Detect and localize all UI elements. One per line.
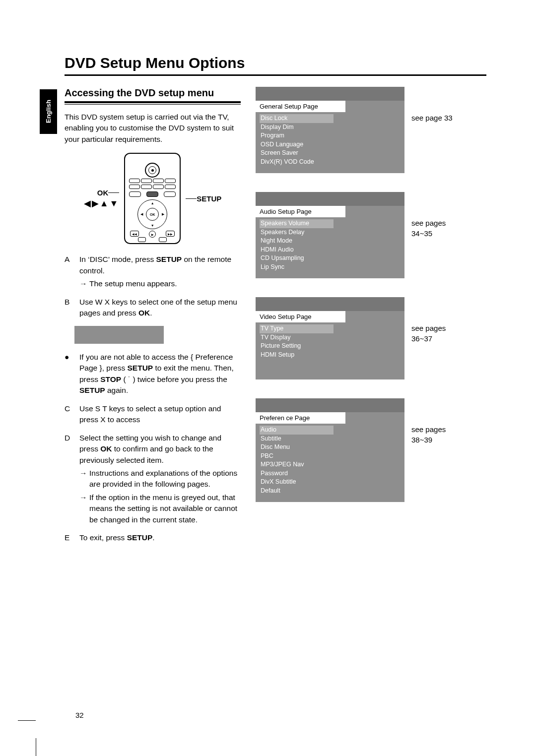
menu-item: Disc Menu: [260, 443, 334, 452]
remote-illustration: OK ◀▶▲▼ ▲ ▼ ◀ ▶ OK: [65, 153, 241, 244]
step-c: C Use S T keys to select a setup option …: [65, 403, 241, 426]
step-b: B Use W X keys to select one of the setu…: [65, 297, 241, 319]
step-text: Use S T keys to select a setup option an…: [79, 403, 241, 426]
menu-header: General Setup Page: [256, 101, 345, 112]
menu-items: TV Type TV Display Picture Setting HDMI …: [256, 322, 337, 361]
remote-ok-label: OK: [97, 189, 109, 197]
note-text: If you are not able to access the { Pref…: [79, 352, 241, 396]
menu-item: Screen Saver: [260, 149, 334, 158]
menu-item: Speakers Volume: [260, 219, 334, 228]
callout-line: [108, 192, 119, 193]
title-rule: [65, 74, 486, 76]
menu-item: HDMI Audio: [260, 246, 334, 254]
menu-card: Preferen ce Page Audio Subtitle Disc Men…: [256, 398, 404, 502]
menu-header: Video Setup Page: [256, 311, 345, 322]
page-number: 32: [75, 711, 84, 719]
arrow-icon: →: [79, 468, 86, 490]
intro-paragraph: This DVD system setup is carried out via…: [65, 112, 241, 145]
language-tab: English: [40, 89, 57, 134]
page-reference: see pages 38~39: [411, 424, 446, 445]
menu-item: Subtitle: [260, 435, 334, 443]
menu-general: General Setup Page Disc Lock Display Dim…: [256, 87, 464, 173]
menu-item: PBC: [260, 452, 334, 461]
menu-video: Video Setup Page TV Type TV Display Pict…: [256, 297, 464, 379]
crop-mark: [18, 720, 36, 721]
menu-item: DivX(R) VOD Code: [260, 158, 334, 167]
menu-tabbar: [256, 297, 404, 311]
menu-tabbar: [256, 398, 404, 412]
menu-tabbar: [256, 87, 404, 101]
menu-item: Display Dim: [260, 123, 334, 132]
step-letter: C: [65, 403, 73, 426]
step-text: To exit, press SETUP.: [79, 532, 241, 543]
section-heading: Accessing the DVD setup menu: [65, 87, 241, 99]
menu-item: Picture Setting: [260, 342, 334, 351]
remote-ok-center: OK: [146, 208, 159, 221]
step-d: D Select the setting you wish to change …: [65, 433, 241, 526]
arrow-icon: →: [79, 492, 86, 525]
menu-item: Disc Lock: [260, 114, 334, 123]
step-letter: B: [65, 297, 73, 319]
arrow-icon: →: [79, 278, 86, 289]
screenshot-placeholder: [74, 326, 164, 344]
menu-preference: Preferen ce Page Audio Subtitle Disc Men…: [256, 398, 464, 502]
menu-item: TV Display: [260, 333, 334, 342]
menu-item: Speakers Delay: [260, 228, 334, 237]
page-title: DVD Setup Menu Options: [65, 55, 486, 71]
page-reference: see pages 36~37: [411, 323, 446, 344]
left-column: Accessing the DVD setup menu This DVD sy…: [65, 87, 241, 551]
step-sub: If the option in the menu is greyed out,…: [89, 492, 241, 525]
step-sub: Instructions and explanations of the opt…: [89, 468, 241, 490]
step-sub: The setup menu appears.: [89, 278, 177, 289]
menu-item: OSD Language: [260, 140, 334, 149]
menu-card: Audio Setup Page Speakers Volume Speaker…: [256, 192, 404, 278]
menu-items: Audio Subtitle Disc Menu PBC MP3/JPEG Na…: [256, 424, 337, 497]
step-text: In ‘DISC’ mode, press SETUP on the remot…: [79, 255, 231, 274]
bullet-icon: ●: [65, 352, 73, 396]
menu-item: Audio: [260, 426, 334, 435]
page-reference: see pages 34~35: [411, 218, 446, 239]
step-e: E To exit, press SETUP.: [65, 532, 241, 543]
menu-card: General Setup Page Disc Lock Display Dim…: [256, 87, 404, 173]
menu-items: Speakers Volume Speakers Delay Night Mod…: [256, 217, 337, 273]
crop-mark: [36, 738, 36, 756]
step-a: A In ‘DISC’ mode, press SETUP on the rem…: [65, 254, 241, 289]
step-text: Select the setting you wish to change an…: [79, 434, 221, 464]
step-letter: D: [65, 433, 73, 526]
menu-header: Audio Setup Page: [256, 206, 345, 217]
menu-item: Default: [260, 487, 334, 496]
note-bullet: ● If you are not able to access the { Pr…: [65, 352, 241, 396]
remote-setup-label: SETUP: [197, 194, 221, 203]
remote-control-icon: ▲ ▼ ◀ ▶ OK ◀◀▶▶▶: [124, 153, 181, 244]
menu-item: MP3/JPEG Nav: [260, 460, 334, 469]
step-letter: E: [65, 532, 73, 543]
menu-audio: Audio Setup Page Speakers Volume Speaker…: [256, 192, 464, 278]
menu-item: TV Type: [260, 324, 334, 333]
menu-item: CD Upsampling: [260, 254, 334, 263]
menu-item: DivX Subtitle: [260, 478, 334, 487]
callout-line: [186, 198, 197, 199]
step-letter: A: [65, 254, 73, 289]
menu-items: Disc Lock Display Dim Program OSD Langua…: [256, 112, 337, 168]
menu-tabbar: [256, 192, 404, 206]
menu-card: Video Setup Page TV Type TV Display Pict…: [256, 297, 404, 379]
menu-item: Night Mode: [260, 237, 334, 246]
menu-item: Password: [260, 469, 334, 478]
right-column: General Setup Page Disc Lock Display Dim…: [256, 87, 464, 551]
menu-item: Program: [260, 131, 334, 140]
menu-item: HDMI Setup: [260, 351, 334, 360]
menu-header: Preferen ce Page: [256, 412, 345, 424]
page-reference: see page 33: [411, 113, 453, 123]
menu-item: Lip Sync: [260, 263, 334, 272]
step-text: Use W X keys to select one of the setup …: [79, 298, 237, 317]
section-rule: [65, 101, 241, 105]
arrow-keys-label: ◀▶▲▼: [84, 198, 120, 209]
